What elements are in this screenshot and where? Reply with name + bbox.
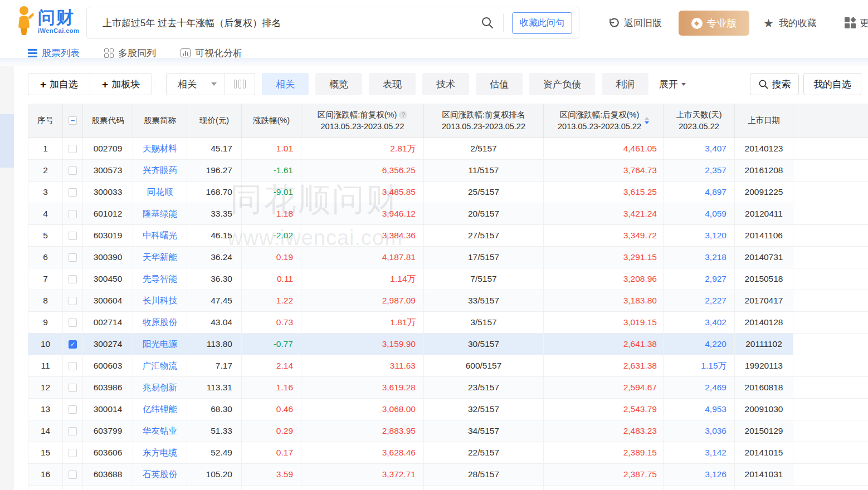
row-checkbox[interactable] bbox=[69, 318, 77, 327]
stock-code: 603986 bbox=[83, 377, 133, 398]
change-percent: 1.01 bbox=[242, 138, 301, 159]
row-checkbox[interactable] bbox=[69, 188, 77, 197]
stock-name-link[interactable]: 长川科技 bbox=[133, 290, 187, 311]
category-tab[interactable]: 技术 bbox=[422, 73, 469, 95]
stock-name-link[interactable]: 先导智能 bbox=[133, 268, 187, 290]
category-tab[interactable]: 资产负债 bbox=[529, 73, 595, 95]
table-row[interactable]: 8 300604 长川科技 47.45 1.22 2,987.09 33/515… bbox=[28, 290, 868, 312]
current-price: 45.17 bbox=[187, 138, 242, 159]
stock-name-link[interactable]: 中科曙光 bbox=[133, 225, 187, 246]
col-header-range-hfq[interactable]: 区间涨跌幅:后复权(%) 2013.05.23-2023.05.22 bbox=[544, 104, 664, 138]
table-row[interactable]: 13 300014 亿纬锂能 68.30 0.46 3,068.00 32/51… bbox=[28, 399, 868, 420]
favorite-question-button[interactable]: 收藏此问句 bbox=[512, 12, 572, 34]
stock-name-link[interactable]: 东方电缆 bbox=[133, 442, 187, 463]
stock-name-link[interactable]: 牧原股份 bbox=[133, 312, 187, 333]
pro-version-button[interactable]: ◆ 专业版 bbox=[679, 11, 749, 36]
back-to-old-version-button[interactable]: 返回旧版 bbox=[607, 0, 662, 46]
stock-name-link[interactable]: 阳光电源 bbox=[133, 334, 187, 355]
row-checkbox[interactable] bbox=[69, 405, 77, 414]
stock-name-link[interactable] bbox=[133, 486, 187, 490]
query-input[interactable]: 上市超过5年 过去十年涨幅（后复权）排名 bbox=[103, 17, 481, 30]
row-checkbox[interactable] bbox=[69, 449, 77, 457]
stock-name-link[interactable]: 亿纬锂能 bbox=[133, 399, 187, 420]
row-checkbox[interactable] bbox=[69, 145, 77, 153]
col-header-listed-days[interactable]: 上市天数(天) 2023.05.22 bbox=[664, 104, 735, 138]
change-percent: -2.02 bbox=[242, 225, 301, 246]
stock-name-link[interactable]: 兴齐眼药 bbox=[133, 160, 187, 181]
category-tab[interactable]: 表现 bbox=[369, 73, 416, 95]
range-change-hfq: 2,483.23 bbox=[544, 420, 664, 442]
listed-days bbox=[664, 486, 735, 490]
table-row[interactable]: 4 601012 隆基绿能 33.35 1.18 3,946.12 20/515… bbox=[28, 203, 868, 225]
help-icon[interactable]: ? bbox=[399, 111, 407, 119]
row-checkbox[interactable]: ✓ bbox=[69, 340, 77, 349]
row-checkbox[interactable] bbox=[69, 275, 77, 283]
row-checkbox[interactable] bbox=[69, 253, 77, 262]
column-preset-dropdown[interactable]: 相关 bbox=[167, 74, 225, 95]
header-gradient-band bbox=[0, 58, 868, 66]
expand-button[interactable]: 展开 bbox=[659, 73, 686, 95]
category-tab[interactable]: 相关 bbox=[262, 73, 309, 95]
my-favorites-button[interactable]: ★ 我的收藏 bbox=[763, 0, 817, 46]
listed-days: 4,897 bbox=[664, 182, 735, 203]
table-row[interactable]: 5 603019 中科曙光 46.15 -2.02 3,384.36 27/51… bbox=[28, 225, 868, 247]
col-header-stock-code: 股票代码 bbox=[83, 104, 133, 138]
add-watchlist-button[interactable]: + 加自选 bbox=[28, 74, 90, 95]
table-row[interactable]: 9 002714 牧原股份 43.04 0.73 1.81万 3/5157 3,… bbox=[28, 312, 868, 334]
range-change-qfq: 2.81万 bbox=[301, 138, 424, 159]
stock-name-link[interactable]: 兆易创新 bbox=[133, 377, 187, 398]
table-row[interactable]: 15 603606 东方电缆 52.49 0.17 3,628.46 22/51… bbox=[28, 442, 868, 464]
category-tab[interactable]: 估值 bbox=[476, 73, 523, 95]
table-row[interactable]: 7 300450 先导智能 36.30 0.11 1.14万 7/5157 3,… bbox=[28, 268, 868, 290]
row-checkbox[interactable] bbox=[69, 297, 77, 305]
more-apps-button[interactable]: 更 bbox=[845, 0, 868, 46]
col-header-range-rank[interactable]: 区间涨跌幅:前复权排名 2013.05.23-2023.05.22 bbox=[424, 104, 544, 138]
add-board-button[interactable]: + 加板块 bbox=[90, 74, 152, 95]
table-row[interactable]: 10 ✓ 300274 阳光电源 113.80 -0.77 3,159.90 3… bbox=[28, 334, 868, 355]
pro-label: 专业版 bbox=[707, 17, 737, 30]
category-tab[interactable]: 概览 bbox=[315, 73, 362, 95]
category-tab[interactable]: 利润 bbox=[602, 73, 648, 95]
table-row[interactable]: 2 300573 兴齐眼药 196.27 -1.61 6,356.25 11/5… bbox=[28, 160, 868, 182]
stock-name-link[interactable]: 石英股份 bbox=[133, 464, 187, 485]
stock-name-link[interactable]: 天赐材料 bbox=[133, 138, 187, 159]
table-row[interactable]: 12 603986 兆易创新 113.31 1.16 3,619.28 23/5… bbox=[28, 377, 868, 399]
table-row[interactable]: 3 300033 同花顺 168.70 -9.01 3,485.85 25/51… bbox=[28, 182, 868, 203]
col-header-select-all[interactable]: − bbox=[63, 104, 83, 138]
stock-name-link[interactable]: 同花顺 bbox=[133, 182, 187, 203]
iwencai-logo[interactable]: 问财 iWenCai.com bbox=[14, 5, 79, 37]
stock-name-link[interactable]: 广汇物流 bbox=[133, 355, 187, 376]
table-row[interactable] bbox=[28, 486, 868, 490]
row-checkbox[interactable] bbox=[69, 427, 77, 435]
filler-cell bbox=[793, 355, 868, 376]
row-index: 7 bbox=[28, 268, 63, 290]
left-rail-handle[interactable] bbox=[0, 114, 14, 168]
current-price: 113.80 bbox=[187, 334, 242, 355]
table-search-button[interactable]: 搜索 bbox=[750, 73, 799, 95]
row-checkbox[interactable] bbox=[69, 210, 77, 218]
row-checkbox[interactable] bbox=[69, 362, 77, 370]
stock-code: 603799 bbox=[83, 420, 133, 442]
table-row[interactable]: 16 603688 石英股份 105.20 3.59 3,372.71 28/5… bbox=[28, 464, 868, 486]
stock-name-link[interactable]: 天华新能 bbox=[133, 247, 187, 268]
my-watchlist-button[interactable]: 我的自选 bbox=[803, 73, 861, 95]
stock-name-link[interactable]: 华友钴业 bbox=[133, 420, 187, 442]
sort-icon[interactable] bbox=[645, 115, 649, 126]
col-header-range-qfq[interactable]: 区间涨跌幅:前复权(%) ? 2013.05.23-2023.05.22 bbox=[301, 104, 424, 138]
select-all-checkbox[interactable]: − bbox=[69, 116, 77, 125]
range-change-hfq: 2,387.75 bbox=[544, 464, 664, 485]
row-checkbox[interactable] bbox=[69, 384, 77, 392]
listing-date: 20141031 bbox=[735, 464, 793, 485]
column-settings-button[interactable] bbox=[225, 74, 255, 95]
row-checkbox[interactable] bbox=[69, 166, 77, 175]
current-price: 7.17 bbox=[187, 355, 242, 376]
row-checkbox[interactable] bbox=[69, 471, 77, 479]
table-row[interactable]: 1 002709 天赐材料 45.17 1.01 2.81万 2/5157 4,… bbox=[28, 138, 868, 160]
table-row[interactable]: 14 603799 华友钴业 51.33 0.29 2,883.95 34/51… bbox=[28, 420, 868, 442]
table-row[interactable]: 6 300390 天华新能 36.24 0.19 4,187.81 17/515… bbox=[28, 247, 868, 268]
stock-name-link[interactable]: 隆基绿能 bbox=[133, 203, 187, 224]
table-row[interactable]: 11 600603 广汇物流 7.17 2.14 311.63 600/5157… bbox=[28, 355, 868, 377]
search-icon[interactable] bbox=[481, 16, 494, 30]
listed-days: 3,126 bbox=[664, 464, 735, 485]
row-checkbox[interactable] bbox=[69, 232, 77, 240]
